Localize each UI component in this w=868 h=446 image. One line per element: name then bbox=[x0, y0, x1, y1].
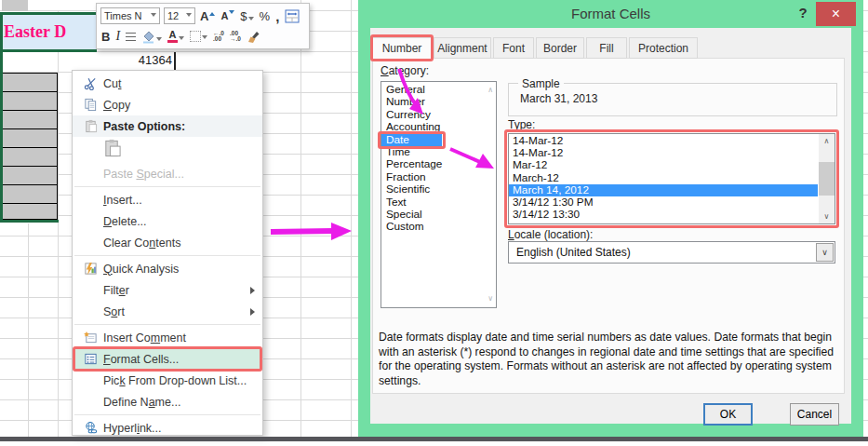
currency-format-button[interactable]: $ bbox=[239, 9, 254, 23]
grow-font-button[interactable]: A bbox=[199, 9, 216, 23]
category-listbox[interactable]: GeneralNumberCurrencyAccountingDateTimeP… bbox=[381, 81, 497, 308]
italic-button[interactable]: I bbox=[114, 29, 121, 44]
format-cells-dialog: Format Cells ? × NumberAlignmentFontBord… bbox=[358, 0, 863, 438]
category-item-number[interactable]: Number bbox=[381, 96, 496, 108]
borders-lines-icon bbox=[126, 33, 136, 41]
border-grid-button[interactable] bbox=[189, 31, 208, 42]
scroll-down-icon[interactable]: ∨ bbox=[487, 295, 493, 303]
scroll-down-icon[interactable]: ∨ bbox=[819, 209, 835, 223]
menu-item-label: Cut bbox=[103, 77, 121, 90]
menu-item-label: Paste Special... bbox=[103, 168, 184, 181]
chevron-down-icon bbox=[202, 35, 207, 39]
menu-item-paste[interactable] bbox=[73, 137, 262, 163]
format-painter-button[interactable] bbox=[246, 29, 262, 44]
category-item-currency[interactable]: Currency bbox=[381, 109, 496, 121]
scroll-up-icon[interactable]: ∧ bbox=[819, 134, 835, 148]
menu-item-label: Paste Options: bbox=[103, 120, 185, 133]
dialog-title: Format Cells bbox=[358, 6, 863, 21]
close-button[interactable]: × bbox=[816, 2, 856, 26]
sample-groupbox: Sample March 31, 2013 bbox=[508, 83, 837, 116]
type-item[interactable]: March-12 bbox=[509, 172, 818, 184]
menu-item-paste-options[interactable]: Paste Options: bbox=[73, 115, 262, 137]
font-name-value: Times N bbox=[104, 10, 142, 21]
menu-item-label: Hyperlink... bbox=[103, 422, 162, 435]
menu-item-cut[interactable]: Cut bbox=[73, 73, 262, 94]
menu-item-sort[interactable]: Sort bbox=[73, 301, 262, 322]
font-size-combo[interactable]: 12 bbox=[164, 7, 195, 24]
menu-item-filter[interactable]: Filter bbox=[73, 279, 262, 301]
type-listbox[interactable]: 14-Mar-1214-Mar-12Mar-12March-12March 14… bbox=[508, 133, 835, 224]
merge-center-button[interactable] bbox=[284, 9, 300, 23]
percent-icon: % bbox=[260, 9, 271, 23]
menu-separator bbox=[74, 255, 260, 256]
chevron-down-icon bbox=[179, 36, 184, 40]
increase-decimal-icon: ←.0 .00 bbox=[213, 31, 224, 43]
help-button[interactable]: ? bbox=[794, 5, 812, 20]
active-cell-value[interactable]: 41364 bbox=[119, 53, 172, 67]
category-item-text[interactable]: Text bbox=[381, 196, 496, 209]
menu-item-quick-analysis[interactable]: Quick Analysis bbox=[73, 258, 262, 279]
percent-format-button[interactable]: % bbox=[259, 9, 272, 23]
dropdown-button[interactable]: ∨ bbox=[816, 243, 834, 262]
scroll-up-icon[interactable]: ∧ bbox=[487, 87, 493, 94]
shrink-font-button[interactable]: A bbox=[220, 10, 235, 21]
tab-protection[interactable]: Protection bbox=[629, 37, 698, 59]
tab-border[interactable]: Border bbox=[536, 37, 584, 59]
locale-dropdown[interactable]: English (United States) ∨ bbox=[508, 241, 835, 264]
menu-item-pick-from-drop-down-list[interactable]: Pick From Drop-down List... bbox=[73, 370, 262, 391]
type-item[interactable]: Mar-12 bbox=[509, 159, 818, 171]
category-label: Category: bbox=[381, 64, 429, 77]
number-tab-page: Category: GeneralNumberCurrencyAccountin… bbox=[372, 58, 845, 394]
close-icon: × bbox=[832, 6, 840, 21]
category-item-date[interactable]: Date bbox=[381, 134, 442, 146]
font-name-combo[interactable]: Times N bbox=[100, 7, 160, 24]
selection-border-bottom bbox=[0, 220, 59, 223]
comma-format-button[interactable]: , bbox=[274, 8, 280, 24]
tab-fill[interactable]: Fill bbox=[586, 37, 627, 59]
hyperlink-icon bbox=[82, 421, 99, 435]
type-scrollbar[interactable]: ∧ ∨ bbox=[819, 134, 835, 223]
tab-font[interactable]: Font bbox=[493, 37, 534, 59]
type-label: Type: bbox=[508, 118, 535, 131]
selected-range-cells[interactable] bbox=[0, 73, 58, 220]
menu-item-insert[interactable]: Insert... bbox=[73, 189, 262, 210]
cancel-button[interactable]: Cancel bbox=[790, 403, 839, 426]
category-item-fraction[interactable]: Fraction bbox=[381, 171, 496, 183]
borders-button[interactable] bbox=[125, 33, 137, 41]
fill-color-button[interactable] bbox=[140, 30, 163, 44]
font-color-button[interactable]: A bbox=[167, 30, 185, 43]
type-item[interactable]: 3/14/12 13:30 bbox=[509, 209, 818, 221]
type-item[interactable]: 14-Mar-12 bbox=[509, 147, 818, 159]
menu-item-format-cells[interactable]: Format Cells... bbox=[73, 348, 262, 370]
increase-decimal-button[interactable]: ←.0 .00 bbox=[212, 31, 225, 43]
menu-separator bbox=[74, 186, 260, 187]
menu-item-define-name[interactable]: Define Name... bbox=[73, 391, 262, 412]
scrollbar-thumb[interactable] bbox=[819, 162, 835, 196]
category-item-accounting[interactable]: Accounting bbox=[381, 121, 496, 133]
menu-item-insert-comment[interactable]: Insert Comment bbox=[73, 327, 262, 348]
merge-center-icon bbox=[285, 9, 300, 23]
category-item-time[interactable]: Time bbox=[381, 146, 496, 158]
menu-item-label: Format Cells... bbox=[103, 353, 179, 366]
category-item-custom[interactable]: Custom bbox=[381, 221, 496, 233]
decrease-decimal-button[interactable]: .00 →.0 bbox=[229, 31, 242, 43]
locale-value: English (United States) bbox=[516, 246, 631, 259]
font-color-icon: A bbox=[167, 30, 178, 43]
menu-item-hyperlink[interactable]: Hyperlink... bbox=[73, 417, 262, 436]
chevron-down-icon bbox=[248, 17, 254, 20]
menu-item-clear-contents[interactable]: Clear Contents bbox=[73, 232, 262, 253]
menu-item-copy[interactable]: Copy bbox=[73, 94, 262, 115]
tab-number[interactable]: Number bbox=[372, 37, 432, 60]
menu-item-delete[interactable]: Delete... bbox=[73, 210, 262, 232]
category-item-general[interactable]: General bbox=[381, 84, 496, 96]
ok-button[interactable]: OK bbox=[703, 403, 753, 426]
bold-button[interactable]: B bbox=[100, 30, 111, 44]
mini-toolbar-row-1: Times N 12 A A $ % , bbox=[100, 7, 305, 26]
category-item-scientific[interactable]: Scientific bbox=[381, 183, 496, 196]
cell-easter-header[interactable]: Easter D bbox=[0, 12, 97, 52]
tab-alignment[interactable]: Alignment bbox=[434, 37, 491, 59]
format-cells-icon bbox=[82, 352, 99, 366]
category-item-special[interactable]: Special bbox=[381, 209, 496, 221]
category-item-percentage[interactable]: Percentage bbox=[381, 158, 496, 170]
arrow-down-icon bbox=[229, 10, 234, 14]
